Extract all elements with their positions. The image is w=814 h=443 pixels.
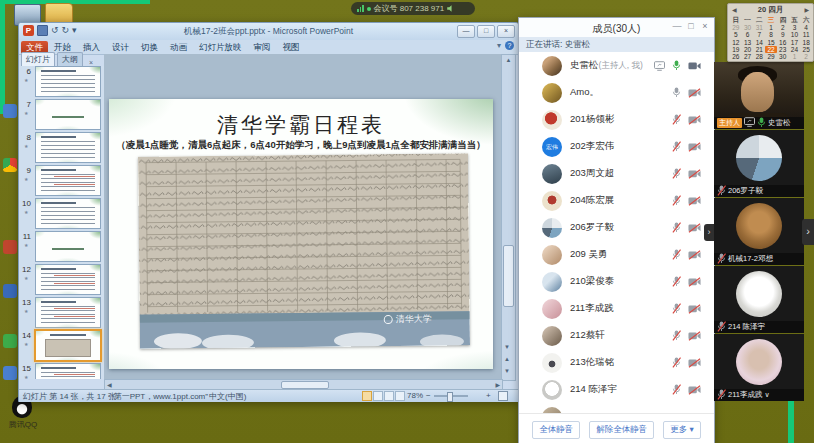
video-tile[interactable]: 主持人史雷松 <box>714 62 804 129</box>
calendar-day: 25 <box>800 46 812 53</box>
member-name: 202李宏伟 <box>570 140 614 153</box>
video-tile[interactable]: 211李成践∨ <box>714 334 804 401</box>
thumbnail-title-line <box>52 116 84 118</box>
tab-outline[interactable]: 大纲 <box>57 52 83 66</box>
slide-thumbnail-9[interactable] <box>35 165 101 196</box>
slideshow-view-button[interactable] <box>395 391 405 401</box>
member-row[interactable] <box>519 403 714 413</box>
next-slide-icon[interactable]: ▼ <box>504 367 510 376</box>
ribbon-tab-审阅[interactable]: 审阅 <box>248 41 277 54</box>
scroll-down-icon[interactable]: ▼ <box>504 343 510 352</box>
video-avatar <box>736 339 782 385</box>
slide-thumbnail-6[interactable] <box>35 66 101 97</box>
minimize-button[interactable]: — <box>457 25 475 38</box>
calendar-day: 23 <box>777 46 789 53</box>
ribbon-tab-设计[interactable]: 设计 <box>106 41 135 54</box>
ribbon-collapse-icon[interactable]: ▾ <box>497 41 501 50</box>
members-panel-titlebar[interactable]: 成员(30人) — □ × <box>519 18 714 38</box>
slide-thumbnail-12[interactable] <box>35 264 101 295</box>
speaking-indicator: 正在讲话: 史雷松 <box>519 37 714 52</box>
calendar-week-row: 12131415161718 <box>730 39 812 46</box>
zoom-in-icon[interactable]: + <box>486 391 491 400</box>
thumbnail-title-line <box>41 202 76 204</box>
language-indicator[interactable]: 中文(中国) <box>209 391 246 402</box>
member-row[interactable]: 史雷松(主持人, 我) <box>519 52 714 79</box>
video-tile[interactable]: 机械17-2邓想 <box>714 198 804 265</box>
calendar-weekday: 二 <box>753 16 765 23</box>
mic-icon <box>672 327 681 345</box>
ribbon-tab-切换[interactable]: 切换 <box>135 41 164 54</box>
zoom-slider[interactable] <box>434 395 468 397</box>
fit-to-window-icon[interactable] <box>498 391 508 401</box>
desktop-shortcut-icon[interactable] <box>3 104 17 118</box>
member-row[interactable]: 宏伟202李宏伟 <box>519 133 714 160</box>
panel-maximize-button[interactable]: □ <box>684 21 698 31</box>
zoom-out-icon[interactable]: − <box>426 391 431 400</box>
calendar-day: 29 <box>765 53 777 60</box>
slide-thumbnail-10[interactable] <box>35 198 101 229</box>
calendar-prev-icon[interactable]: ◀ <box>732 6 737 13</box>
ribbon-tab-视图[interactable]: 视图 <box>277 41 306 54</box>
member-row[interactable]: 211李成践 <box>519 295 714 322</box>
desktop-shortcut-icon[interactable] <box>3 240 17 254</box>
desktop-shortcut-icon[interactable] <box>3 334 17 348</box>
member-row[interactable]: 204陈宏展 <box>519 187 714 214</box>
slide-thumbnail-14[interactable] <box>34 329 102 362</box>
vertical-scrollbar[interactable]: ▲ ▼ ▲ ▼ <box>501 54 516 381</box>
reading-view-button[interactable] <box>384 391 394 401</box>
close-button[interactable]: × <box>497 25 515 38</box>
desktop-shortcut-icon[interactable] <box>3 158 17 172</box>
calendar-next-icon[interactable]: ▶ <box>804 6 809 13</box>
thumbnail-red-lines <box>54 308 95 324</box>
slide-thumbnail-11[interactable] <box>35 231 101 262</box>
tile-menu-chevron-icon[interactable]: ∨ <box>764 391 769 399</box>
member-row[interactable]: Amo。 <box>519 79 714 106</box>
video-tile[interactable]: 214 陈泽宇 <box>714 266 804 333</box>
slide-thumbnail-13[interactable] <box>35 297 101 328</box>
vscroll-thumb[interactable] <box>503 245 514 307</box>
member-row[interactable]: 212蔡轩 <box>519 322 714 349</box>
calendar-day: 13 <box>742 39 754 46</box>
meeting-number-pill[interactable]: 会议号 807 238 971 <box>351 2 475 15</box>
unmute-all-button[interactable]: 解除全体静音 <box>589 421 654 439</box>
screen-share-icon <box>744 117 755 129</box>
maximize-button[interactable]: □ <box>477 25 495 38</box>
hscroll-thumb[interactable] <box>281 381 329 389</box>
sorter-view-button[interactable] <box>373 391 383 401</box>
mic-icon <box>672 84 681 102</box>
mute-all-button[interactable]: 全体静音 <box>532 421 580 439</box>
member-row[interactable]: 203周文超 <box>519 160 714 187</box>
member-row[interactable]: 213伦瑞铭 <box>519 349 714 376</box>
video-strip-collapse-icon[interactable]: › <box>704 224 714 241</box>
panel-minimize-button[interactable]: — <box>670 21 684 31</box>
slide-thumbnail-slot: 6★ <box>19 66 104 97</box>
slide-thumbnail-8[interactable] <box>35 132 101 163</box>
video-tile[interactable]: 206罗子毅 <box>714 130 804 197</box>
ribbon-tab-动画[interactable]: 动画 <box>164 41 193 54</box>
zoom-slider-handle[interactable] <box>447 392 453 402</box>
scroll-up-icon[interactable]: ▲ <box>502 56 515 65</box>
pane-close-icon[interactable]: × <box>89 59 93 66</box>
desktop-shortcut-icon[interactable] <box>3 366 17 380</box>
normal-view-button[interactable] <box>362 391 372 401</box>
help-icon[interactable]: ? <box>505 41 514 50</box>
slide-canvas: 清华学霸日程表 （凌晨1点睡觉，清晨6点起床，6点40开始学习，晚上9点到凌晨1… <box>104 54 501 379</box>
tab-slides[interactable]: 幻灯片 <box>21 52 55 66</box>
thumbnail-text-lines <box>41 141 95 159</box>
member-row[interactable]: 201杨领彬 <box>519 106 714 133</box>
previous-slide-icon[interactable]: ▲ <box>504 355 510 364</box>
member-row[interactable]: 214 陈泽宇 <box>519 376 714 403</box>
slide-thumbnail-15[interactable] <box>35 363 101 379</box>
member-row[interactable]: 209 吴勇 <box>519 241 714 268</box>
desktop-shortcut-icon[interactable] <box>3 284 17 298</box>
member-row[interactable]: 210梁俊泰 <box>519 268 714 295</box>
ribbon-tab-幻灯片放映[interactable]: 幻灯片放映 <box>193 41 248 54</box>
more-button[interactable]: 更多 ▾ <box>663 421 701 439</box>
video-tile-label: 机械17-2邓想 <box>714 253 804 265</box>
member-row[interactable]: 206罗子毅 <box>519 214 714 241</box>
screen-edge-expand-icon[interactable]: › <box>802 219 814 245</box>
calendar-day: 31 <box>753 24 765 31</box>
slide-thumbnail-7[interactable] <box>35 99 101 130</box>
panel-close-button[interactable]: × <box>698 21 712 31</box>
ppt-titlebar[interactable]: P ↺ ↻ ▾ 机械17-2班会ppt.pptx - Microsoft Pow… <box>19 23 518 40</box>
